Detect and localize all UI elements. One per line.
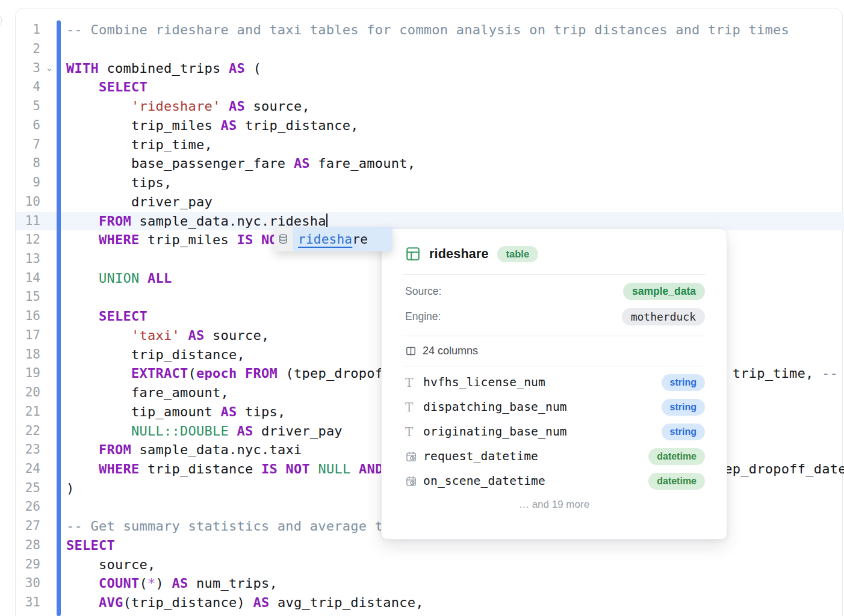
line-number: 27 <box>10 517 40 536</box>
type-icon: T <box>405 400 423 414</box>
info-row-source: Source:sample_data <box>405 283 705 300</box>
code-line[interactable]: trip_distance, <box>66 345 245 365</box>
line-number: 2 <box>10 40 40 59</box>
line-number: 20 <box>10 383 40 402</box>
column-type-pill: datetime <box>648 473 705 490</box>
column-row: on_scene_datetimedatetime <box>405 472 705 490</box>
line-number: 6 <box>10 116 40 135</box>
code-line[interactable]: source, <box>66 555 155 574</box>
line-number: 26 <box>10 497 40 517</box>
column-name: dispatching_base_num <box>423 400 662 414</box>
code-line[interactable]: 'taxi' AS source, <box>66 326 269 345</box>
column-row: Tdispatching_base_numstring <box>405 398 705 416</box>
collapsed-handle[interactable] <box>0 13 2 29</box>
database-icon <box>274 227 293 251</box>
line-number: 14 <box>10 269 40 288</box>
line-number: 24 <box>10 460 40 479</box>
table-type-badge: table <box>497 246 539 262</box>
code-line[interactable]: fare_amount, <box>66 383 229 402</box>
table-info-card: rideshare table Source:sample_dataEngine… <box>381 229 727 540</box>
code-line[interactable]: base_passenger_fare AS fare_amount, <box>66 154 415 173</box>
column-row: request_datetimedatetime <box>405 448 705 465</box>
info-row-engine: Engine:motherduck <box>405 308 705 325</box>
column-type-pill: string <box>662 374 705 391</box>
info-value-pill: sample_data <box>623 283 705 300</box>
autocomplete-rest-text: re <box>352 232 368 247</box>
column-name: originating_base_num <box>423 425 662 439</box>
line-number: 5 <box>10 97 40 116</box>
autocomplete-dropdown: rideshare <box>274 227 393 251</box>
code-line[interactable]: SELECT <box>66 307 147 326</box>
code-line[interactable]: -- Combine rideshare and taxi tables for… <box>66 20 789 40</box>
divider <box>403 366 706 366</box>
code-line[interactable]: 'rideshare' AS source, <box>66 97 310 116</box>
autocomplete-match-text: ridesha <box>298 232 352 247</box>
line-number: 12 <box>10 230 40 250</box>
line-number: 11 <box>10 212 40 231</box>
line-number: 28 <box>10 536 40 555</box>
code-line[interactable]: SELECT <box>66 78 147 97</box>
line-number: 17 <box>10 326 40 345</box>
code-line[interactable]: driver_pay <box>66 192 213 212</box>
line-number: 18 <box>10 345 40 365</box>
column-name: request_datetime <box>423 449 648 463</box>
code-line[interactable]: AVG(trip_time) AS avg_trip_time, <box>66 612 359 616</box>
info-label: Source: <box>405 285 441 298</box>
type-icon: T <box>405 425 423 439</box>
line-number: 31 <box>10 593 40 612</box>
line-number: 30 <box>10 574 40 593</box>
column-type-pill: string <box>662 424 705 440</box>
column-row: Thvfhs_license_numstring <box>405 374 705 391</box>
calendar-clock-icon <box>405 451 423 463</box>
line-number: 1 <box>10 20 40 40</box>
type-icon: T <box>405 375 423 390</box>
line-number: 32 <box>10 612 40 616</box>
code-line[interactable]: FROM sample_data.nyc.taxi <box>66 440 302 460</box>
divider <box>403 336 706 336</box>
line-number: 16 <box>10 307 40 326</box>
code-line[interactable]: ) <box>66 479 75 498</box>
line-number: 13 <box>10 250 40 269</box>
column-type-pill: datetime <box>648 448 705 465</box>
code-line[interactable]: trip_miles AS trip_distance, <box>66 116 359 135</box>
line-number: 4 <box>10 78 40 97</box>
code-line[interactable]: tip_amount AS tips, <box>66 402 285 422</box>
line-number: 10 <box>10 192 40 212</box>
code-line[interactable]: NULL::DOUBLE AS driver_pay <box>66 422 343 441</box>
code-line[interactable]: SELECT <box>66 536 115 555</box>
line-number: 22 <box>10 422 40 441</box>
column-name: on_scene_datetime <box>423 474 648 488</box>
table-name: rideshare <box>429 247 489 262</box>
code-line[interactable]: WITH combined_trips AS ( <box>66 59 261 78</box>
columns-count-row: 24 columns <box>405 343 705 358</box>
columns-count-label: 24 columns <box>423 345 478 357</box>
divider <box>403 274 706 275</box>
column-name: hvfhs_license_num <box>423 375 662 389</box>
column-row: Toriginating_base_numstring <box>405 423 705 440</box>
code-line[interactable]: COUNT(*) AS num_trips, <box>66 574 278 593</box>
code-line[interactable]: AVG(trip_distance) AS avg_trip_distance, <box>66 593 424 612</box>
line-number: 29 <box>10 555 40 574</box>
column-type-pill: string <box>662 399 705 416</box>
table-icon <box>405 246 421 262</box>
gutter-accent-bar <box>57 20 61 616</box>
line-number: 19 <box>10 364 40 383</box>
line-number: 3 <box>10 59 40 78</box>
code-line[interactable]: tips, <box>66 173 172 192</box>
line-number: 15 <box>10 288 40 307</box>
line-number: 23 <box>10 440 40 460</box>
line-number: 25 <box>10 479 40 498</box>
line-number: 7 <box>10 135 40 155</box>
table-card-header: rideshare table <box>405 245 705 263</box>
line-number: 21 <box>10 402 40 422</box>
line-number: 8 <box>10 154 40 173</box>
autocomplete-item-rideshare[interactable]: rideshare <box>293 227 393 251</box>
more-columns-label: … and 19 more <box>382 499 727 511</box>
code-line[interactable]: trip_time, <box>66 135 213 155</box>
line-number: 9 <box>10 173 40 192</box>
calendar-clock-icon <box>405 475 423 487</box>
info-value-pill: motherduck <box>622 308 705 325</box>
fold-chevron-icon[interactable]: ⌄ <box>43 59 55 78</box>
columns-icon <box>405 345 417 357</box>
code-line[interactable]: UNION ALL <box>66 269 172 288</box>
